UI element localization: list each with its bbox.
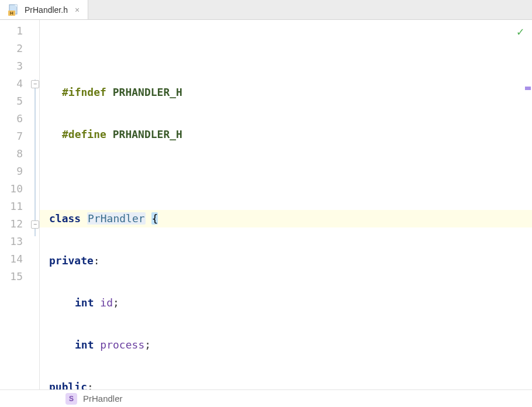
fold-handle-class-open[interactable]: − xyxy=(31,80,39,88)
breadcrumb-label: PrHandler xyxy=(83,394,123,403)
code-line: #ifndef PRHANDLER_H xyxy=(40,84,532,101)
analysis-ok-check-icon: ✓ xyxy=(517,25,524,39)
line-number: 6 xyxy=(0,110,39,127)
code-view[interactable]: ✓ #ifndef PRHANDLER_H #define PRHANDLER_… xyxy=(40,20,532,389)
fold-handle-class-close[interactable]: − xyxy=(31,220,39,229)
line-number: 14 xyxy=(0,250,39,268)
gutter: − − 1 2 3 4 5 6 7 8 9 10 11 12 13 14 15 xyxy=(0,20,40,389)
class-name: PrHandler xyxy=(87,212,146,225)
editor-area[interactable]: − − 1 2 3 4 5 6 7 8 9 10 11 12 13 14 15 … xyxy=(0,20,532,389)
line-number: 8 xyxy=(0,145,39,163)
tab-bar: H PrHandler.h × xyxy=(0,0,532,20)
tab-label: PrHandler.h xyxy=(25,5,68,15)
line-number: 11 xyxy=(0,198,39,215)
struct-badge-icon: S xyxy=(65,393,77,405)
tab-prhandler-h[interactable]: H PrHandler.h × xyxy=(0,0,88,19)
code-line: int id; xyxy=(40,294,532,312)
line-number: 3 xyxy=(0,57,39,75)
close-icon[interactable]: × xyxy=(75,5,80,15)
code-line: #define PRHANDLER_H xyxy=(40,126,532,143)
line-number: 13 xyxy=(0,233,39,250)
line-number: 10 xyxy=(0,180,39,198)
code-line: private: xyxy=(40,252,532,270)
header-file-icon: H xyxy=(8,4,20,16)
code-line: int process; xyxy=(40,336,532,354)
code-line xyxy=(40,168,532,185)
code-line: public: xyxy=(40,378,532,389)
svg-text:H: H xyxy=(10,11,13,16)
scroll-marker xyxy=(525,87,531,90)
breadcrumb[interactable]: S PrHandler xyxy=(0,389,532,407)
line-number: 9 xyxy=(0,163,39,180)
line-number: 2 xyxy=(0,40,39,57)
line-number: 7 xyxy=(0,127,39,145)
line-number: 1 xyxy=(0,22,39,40)
line-number: 15 xyxy=(0,268,39,285)
fold-guide xyxy=(34,80,36,236)
code-line-current: class PrHandler { xyxy=(40,210,532,227)
line-number: 5 xyxy=(0,92,39,110)
